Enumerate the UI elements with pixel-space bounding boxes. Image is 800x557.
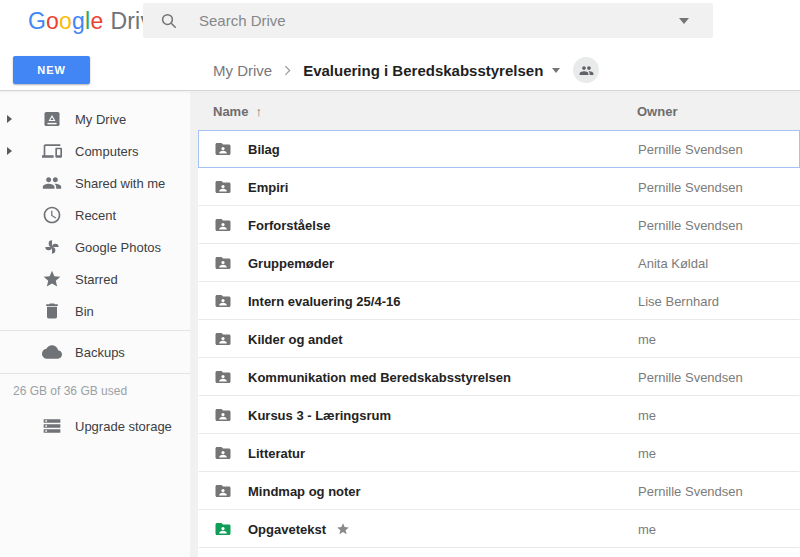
file-row[interactable]: Litteratur me [198,434,800,472]
file-owner: Pernille Svendsen [638,484,743,499]
shared-folder-icon [214,520,232,538]
breadcrumb-current-folder[interactable]: Evaluering i Beredskabsstyrelsen [303,62,543,79]
shared-folder-badge[interactable] [573,57,599,83]
file-name: Bilag [248,142,280,157]
search-options-caret-icon[interactable] [679,18,689,24]
file-row[interactable]: Intern evaluering 25/4-16 Lise Bernhard [198,282,800,320]
file-name: Intern evaluering 25/4-16 [248,294,400,309]
sidebar-item-label: Upgrade storage [75,419,172,434]
file-name: Opgavetekst [248,522,326,537]
file-row[interactable]: Bilag Pernille Svendsen [198,130,800,168]
sidebar-item-label: My Drive [75,112,126,127]
name-column-label: Name [213,104,248,119]
file-row[interactable]: Opgavetekst me [198,510,800,548]
sidebar-item-label: Computers [75,144,139,159]
search-input[interactable]: Search Drive [143,3,713,38]
file-row[interactable]: Kommunikation med Beredskabsstyrelsen Pe… [198,358,800,396]
file-row[interactable]: Gruppemøder Anita Køldal [198,244,800,282]
sidebar-divider [0,330,190,331]
google-logo-text: Google [28,8,103,34]
file-owner: me [638,408,656,423]
sidebar-item-label: Shared with me [75,176,165,191]
people-icon [42,173,62,193]
file-owner: Anita Køldal [638,256,708,271]
sidebar-item-shared-with-me[interactable]: Shared with me [0,167,190,199]
devices-icon [42,141,62,161]
file-owner: me [638,522,656,537]
sort-ascending-icon: ↑ [255,104,262,119]
schedule-icon [42,205,62,225]
file-name: Litteratur [248,446,305,461]
breadcrumb-my-drive[interactable]: My Drive [213,62,272,79]
sidebar: My Drive Computers Shared with me Recent… [0,92,190,557]
file-owner: Pernille Svendsen [638,218,743,233]
file-owner: Pernille Svendsen [638,142,743,157]
file-name: Mindmap og noter [248,484,361,499]
shared-folder-icon [214,140,232,158]
mydrive-icon [42,109,62,129]
file-name: Empiri [248,180,288,195]
file-name: Forforståelse [248,218,330,233]
people-icon [579,63,594,78]
file-row[interactable]: Empiri Pernille Svendsen [198,168,800,206]
file-name: Kommunikation med Beredskabsstyrelsen [248,370,511,385]
sidebar-item-label: Bin [75,304,94,319]
file-row[interactable]: Forforståelse Pernille Svendsen [198,206,800,244]
file-owner: me [638,446,656,461]
chevron-right-icon [281,64,294,77]
sidebar-item-recent[interactable]: Recent [0,199,190,231]
shared-folder-icon [214,444,232,462]
shared-folder-icon [214,178,232,196]
star-icon [336,522,350,536]
sidebar-item-my-drive[interactable]: My Drive [0,103,190,135]
sidebar-divider [0,373,190,374]
top-bar: GoogleDrive Search Drive NEW My Drive Ev… [0,0,800,91]
google-drive-window: GoogleDrive Search Drive NEW My Drive Ev… [0,0,800,557]
file-owner: me [638,332,656,347]
sidebar-item-backups[interactable]: Backups [0,336,190,368]
sidebar-item-label: Starred [75,272,118,287]
column-header-name[interactable]: Name↑ [213,104,262,119]
partial-next-row [198,548,800,557]
sidebar-item-bin[interactable]: Bin [0,295,190,327]
sidebar-item-label: Recent [75,208,116,223]
storage-usage-text: 26 GB of 36 GB used [0,384,190,398]
shared-folder-icon [214,216,232,234]
column-header-owner[interactable]: Owner [637,104,677,119]
new-button[interactable]: NEW [13,56,90,84]
file-name: Kursus 3 - Læringsrum [248,408,391,423]
shared-folder-icon [214,482,232,500]
file-owner: Lise Bernhard [638,294,719,309]
photos-icon [42,237,62,257]
file-row[interactable]: Kilder og andet me [198,320,800,358]
file-name: Kilder og andet [248,332,343,347]
file-row[interactable]: Mindmap og noter Pernille Svendsen [198,472,800,510]
expand-arrow-icon[interactable] [7,147,12,155]
star-icon [42,269,62,289]
file-owner: Pernille Svendsen [638,370,743,385]
file-owner: Pernille Svendsen [638,180,743,195]
bin-icon [42,301,62,321]
sidebar-item-google-photos[interactable]: Google Photos [0,231,190,263]
shared-folder-icon [214,254,232,272]
sidebar-nav: My Drive Computers Shared with me Recent… [0,103,190,327]
breadcrumb: My Drive Evaluering i Beredskabsstyrelse… [213,56,599,84]
sidebar-item-label: Backups [75,345,125,360]
cloud-icon [42,342,62,362]
shared-folder-icon [214,292,232,310]
file-row[interactable]: Kursus 3 - Læringsrum me [198,396,800,434]
sidebar-item-starred[interactable]: Starred [0,263,190,295]
sidebar-item-upgrade-storage[interactable]: Upgrade storage [0,410,190,442]
shared-folder-icon [214,406,232,424]
search-icon[interactable] [160,12,178,30]
sidebar-item-label: Google Photos [75,240,161,255]
breadcrumb-caret-icon[interactable] [552,68,560,73]
shared-folder-icon [214,368,232,386]
file-list: Name↑ Owner Bilag Pernille Svendsen Empi… [190,92,800,557]
storage-icon [42,416,62,436]
sidebar-item-computers[interactable]: Computers [0,135,190,167]
expand-arrow-icon[interactable] [7,115,12,123]
search-placeholder: Search Drive [199,12,286,29]
file-name: Gruppemøder [248,256,334,271]
shared-folder-icon [214,330,232,348]
